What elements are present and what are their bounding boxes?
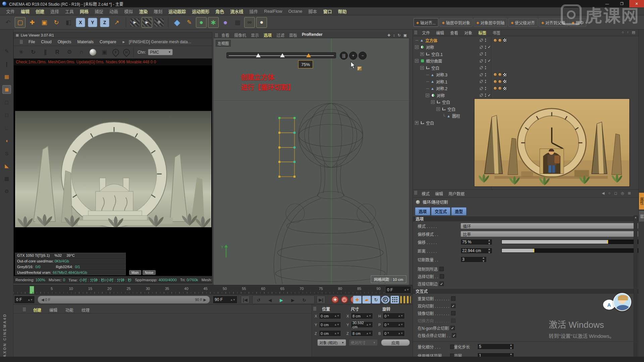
align-button-1[interactable]: ◆轴居中到对象 bbox=[439, 18, 473, 27]
current-frame-input[interactable]: 0 F▲▼ bbox=[14, 296, 35, 304]
visibility-dots-icon[interactable] bbox=[485, 45, 486, 49]
object-label[interactable]: 空白 bbox=[447, 106, 455, 112]
brush-icon[interactable]: ❙ bbox=[2, 60, 11, 68]
play-button[interactable]: ▶ bbox=[277, 296, 286, 304]
layer-toggle-icon[interactable] bbox=[479, 79, 483, 83]
octane-reset-icon[interactable]: ↻ bbox=[29, 48, 37, 56]
visibility-dots-icon[interactable] bbox=[485, 79, 486, 83]
expander-icon[interactable]: − bbox=[431, 100, 435, 104]
coord-Y-input[interactable]: 0 cm▲▼ bbox=[319, 321, 341, 328]
end-frame-input[interactable]: 90 F▲▼ bbox=[213, 296, 237, 304]
checkbox[interactable]: ✓ bbox=[451, 304, 455, 308]
align-button-2[interactable]: ◆对象居中到轴 bbox=[474, 18, 507, 27]
vp-menu-摄像机[interactable]: 摄像机 bbox=[232, 32, 249, 38]
menu-item-4[interactable]: 工具 bbox=[62, 7, 76, 15]
object-row-空白[interactable]: −L₀空白 bbox=[413, 64, 644, 71]
next-frame-button[interactable]: ▶ bbox=[288, 296, 297, 304]
paint-bucket-icon[interactable]: ◣ bbox=[2, 162, 11, 170]
assistant-chat-widget[interactable]: A bbox=[603, 292, 640, 313]
slider-mark-1[interactable] bbox=[280, 53, 285, 57]
make-editable-icon[interactable]: ✎ bbox=[2, 47, 11, 56]
material-tab-纹理[interactable]: 纹理 bbox=[78, 306, 93, 313]
om-menu-文件[interactable]: 文件 bbox=[419, 30, 433, 36]
enabled-check-icon[interactable]: ✓ bbox=[488, 59, 492, 63]
material-tab-编辑[interactable]: 编辑 bbox=[46, 306, 61, 313]
menu-item-15[interactable]: 插件 bbox=[247, 7, 261, 15]
object-row-细分曲面[interactable]: −细分曲面 ✓ bbox=[413, 58, 644, 64]
record-keyframe-button[interactable]: ✚ bbox=[331, 296, 339, 303]
checkbox[interactable] bbox=[439, 267, 444, 271]
checkbox[interactable] bbox=[451, 311, 455, 315]
material-tag-icon[interactable] bbox=[493, 80, 497, 83]
menu-item-12[interactable]: 运动图形 bbox=[189, 7, 212, 15]
goto-start-button[interactable]: |◀ bbox=[241, 296, 250, 304]
tab-attributes[interactable]: 属性 bbox=[639, 193, 644, 209]
object-row-对称.1[interactable]: ─▲对称.1 bbox=[413, 78, 644, 85]
vram-main-button[interactable]: Main bbox=[129, 270, 141, 275]
octane-material-ball-icon[interactable] bbox=[90, 49, 96, 56]
attr-back-icon[interactable]: ◀ bbox=[602, 191, 604, 195]
visibility-dots-icon[interactable] bbox=[485, 86, 486, 90]
points-mode-icon[interactable]: ◻ bbox=[2, 98, 11, 107]
section-options[interactable]: 选项 bbox=[413, 216, 640, 221]
model-mode-icon[interactable]: ◼ bbox=[2, 85, 11, 94]
add-primitive-cube-button[interactable]: ◆ bbox=[172, 17, 182, 28]
material-tag-icon[interactable] bbox=[493, 86, 497, 90]
x-axis-lock[interactable]: X bbox=[75, 17, 86, 28]
checkbox[interactable] bbox=[440, 274, 444, 279]
zoom-in-button[interactable]: + bbox=[349, 52, 357, 60]
menu-item-20[interactable]: 帮助 bbox=[335, 7, 349, 15]
object-row-空白.1[interactable]: +L₀空白.1 bbox=[413, 51, 644, 57]
expander-icon[interactable]: − bbox=[420, 66, 424, 70]
vram-noise-button[interactable]: Noise bbox=[143, 270, 156, 275]
menu-item-17[interactable]: Octane bbox=[285, 8, 305, 14]
object-label[interactable]: 对称 bbox=[437, 93, 445, 98]
floor-menu-button[interactable]: ▦ bbox=[232, 17, 243, 28]
coord-X-input[interactable]: 8 cm▲▼ bbox=[351, 313, 373, 319]
uvw-tag-icon[interactable] bbox=[503, 86, 507, 90]
object-row-对称.2[interactable]: ─▲对称.2 bbox=[413, 85, 644, 92]
pan-view-icon[interactable]: ✚ bbox=[387, 33, 390, 38]
om-layers-icon[interactable]: ▤ bbox=[632, 30, 635, 35]
layer-toggle-icon[interactable] bbox=[479, 73, 483, 77]
layer-toggle-icon[interactable] bbox=[479, 52, 483, 56]
object-tags[interactable] bbox=[493, 73, 507, 77]
object-row-对称[interactable]: −对称 ✓ bbox=[413, 92, 644, 99]
grip-dots[interactable] bbox=[414, 191, 417, 195]
vp-menu-选项[interactable]: 选项 bbox=[261, 32, 274, 38]
lv-menu-file[interactable]: File bbox=[25, 39, 38, 45]
slider-mark-0[interactable] bbox=[256, 53, 261, 57]
lod-slider[interactable] bbox=[226, 52, 336, 58]
object-label[interactable]: 圆柱 bbox=[452, 113, 460, 119]
visibility-dots-icon[interactable] bbox=[485, 59, 486, 63]
object-label[interactable]: 对称.1 bbox=[436, 79, 447, 84]
enabled-check-icon[interactable]: ✓ bbox=[488, 93, 492, 98]
object-label[interactable]: 对称.2 bbox=[436, 85, 447, 91]
visibility-toggles[interactable] bbox=[479, 79, 492, 83]
octane-region-render-icon[interactable]: R bbox=[53, 48, 61, 56]
rotate-tool-icon[interactable]: ↻ bbox=[51, 17, 62, 28]
object-label[interactable]: 立方体 bbox=[425, 38, 437, 43]
deformer-menu-button[interactable]: ∗ bbox=[208, 17, 219, 28]
layer-toggle-icon[interactable] bbox=[479, 93, 483, 97]
vp-menu-ProRender[interactable]: ProRender bbox=[300, 32, 325, 38]
render-picture-viewer-button[interactable]: ▶ bbox=[142, 17, 152, 28]
om-menu-标签[interactable]: 标签 bbox=[475, 30, 489, 36]
menu-item-19[interactable]: 窗口 bbox=[320, 7, 334, 15]
om-menu-对象[interactable]: 对象 bbox=[461, 30, 475, 36]
coord-Z-input[interactable]: 0 cm▲▼ bbox=[319, 330, 341, 337]
vp-menu-显示[interactable]: 显示 bbox=[249, 32, 261, 38]
cuts-input[interactable]: 3▲▼ bbox=[461, 256, 487, 262]
om-menu-书签[interactable]: 书签 bbox=[489, 30, 503, 36]
expander-icon[interactable]: − bbox=[426, 94, 429, 97]
key-scale-toggle[interactable]: ▰ bbox=[362, 296, 371, 304]
attribute-scrollbar[interactable]: ▲ bbox=[634, 216, 638, 358]
prev-key-button[interactable]: ↺ bbox=[254, 296, 263, 304]
coord-X-input[interactable]: 0 cm▲▼ bbox=[319, 313, 341, 319]
distance-input[interactable]: 22.944 cm▲▼ bbox=[461, 248, 492, 254]
menu-item-11[interactable]: 运动跟踪 bbox=[166, 7, 189, 15]
menu-item-9[interactable]: 渲染 bbox=[136, 7, 150, 15]
lv-menu-objects[interactable]: Objects bbox=[55, 39, 74, 45]
coord-Y-input[interactable]: 30.592 cm▲▼ bbox=[351, 321, 373, 328]
timeline-ruler[interactable]: 051015202530354045505560657075808590 0 F… bbox=[13, 285, 413, 294]
